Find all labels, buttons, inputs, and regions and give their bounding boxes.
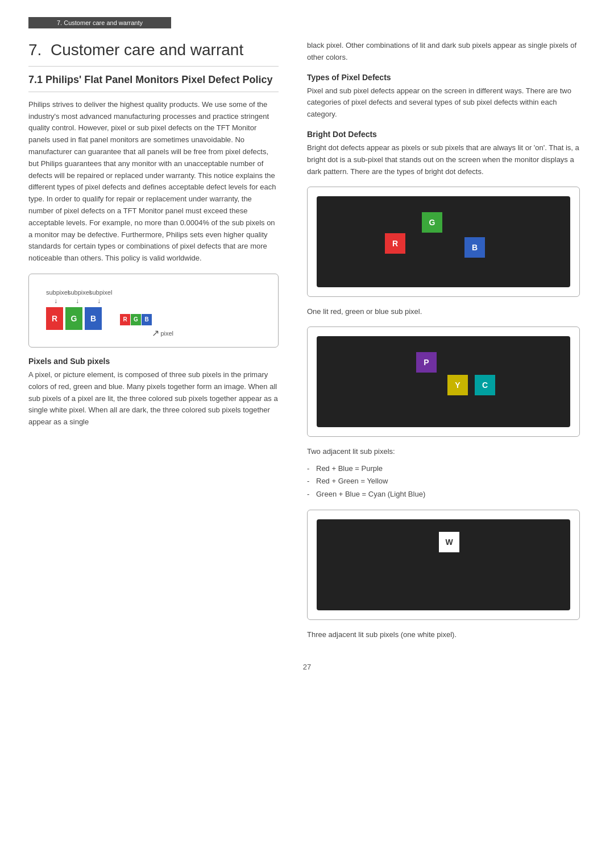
caption-3: Three adjacent lit sub pixels (one white… [307, 629, 580, 640]
body-para-continue: black pixel. Other combinations of lit a… [307, 40, 580, 64]
bright-dot-cyan: C [475, 375, 495, 395]
subpixel-diagram: subpixel subpixel subpixel ↓ ↓ ↓ R G [38, 283, 269, 338]
small-red: R [120, 314, 130, 325]
bright-dot-white: W [439, 532, 459, 552]
small-green: G [131, 314, 141, 325]
adjacent-list: Red + Blue = Purple Red + Green = Yellow… [307, 462, 580, 500]
green-subpixel: G [65, 307, 82, 330]
bright-dot-purple: P [416, 352, 437, 373]
page-title: 7. Customer care and warrant [28, 40, 279, 67]
list-item-2: Red + Green = Yellow [307, 475, 580, 487]
right-column: black pixel. Other combinations of lit a… [301, 40, 580, 646]
list-item-1: Red + Blue = Purple [307, 462, 580, 475]
pixel-arrow-label: ↗ pixel [152, 329, 173, 338]
types-heading: Types of Pixel Defects [307, 73, 580, 82]
list-item-3: Green + Blue = Cyan (Light Blue) [307, 488, 580, 501]
combined-pixel-group: R G B ↗ pixel [120, 314, 152, 325]
bright-dot-diagram-2-box: P Y C [307, 326, 580, 437]
small-blue: B [142, 314, 152, 325]
page: 7. Customer care and warranty 7. Custome… [0, 0, 614, 868]
breadcrumb: 7. Customer care and warranty [28, 17, 171, 28]
section-title: 7.1 Philips' Flat Panel Monitors Pixel D… [28, 73, 279, 92]
bright-dot-green: G [422, 212, 442, 233]
bright-dot-diagram-1: G R B [317, 196, 570, 287]
red-subpixel: R [46, 307, 63, 330]
bright-dot-red: R [385, 233, 405, 254]
caption-1: One lit red, green or blue sub pixel. [307, 306, 580, 317]
subpixel-diagram-box: subpixel subpixel subpixel ↓ ↓ ↓ R G [28, 274, 279, 348]
subpixel-label-1: subpixel [46, 289, 65, 296]
bright-dot-diagram-3-box: W [307, 510, 580, 620]
bright-dot-blue: B [464, 237, 485, 258]
subpixel-label-3: subpixel [89, 289, 109, 296]
caption-2: Two adjacent lit sub pixels: [307, 446, 580, 457]
bright-dot-diagram-3: W [317, 519, 570, 610]
subpixel-blocks: R G B [46, 307, 109, 330]
types-para: Pixel and sub pixel defects appear on th… [307, 85, 580, 121]
blue-subpixel: B [85, 307, 102, 330]
body-para-1: Philips strives to deliver the highest q… [28, 99, 279, 264]
bright-dot-heading: Bright Dot Defects [307, 130, 580, 139]
pixels-para: A pixel, or picture element, is composed… [28, 369, 279, 428]
subpixel-label-2: subpixel [68, 289, 87, 296]
bright-dot-para: Bright dot defects appear as pixels or s… [307, 142, 580, 177]
bright-dot-diagram-2: P Y C [317, 336, 570, 427]
bright-dot-diagram-1-box: G R B [307, 187, 580, 297]
left-column: 7. Customer care and warrant 7.1 Philips… [28, 40, 301, 646]
page-number: 27 [0, 663, 614, 671]
combined-pixel-row: R G B [120, 314, 152, 325]
pixels-subheading: Pixels and Sub pixels [28, 357, 279, 366]
bright-dot-yellow: Y [447, 375, 468, 395]
